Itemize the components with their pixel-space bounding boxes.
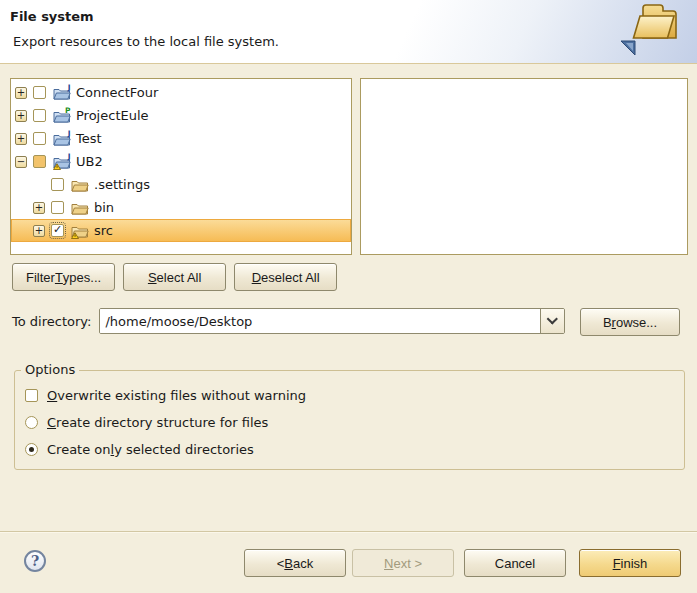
tree-row-ub2[interactable]: −JUB2	[11, 150, 351, 173]
expand-icon[interactable]: +	[33, 225, 45, 237]
svg-text:J: J	[67, 84, 71, 92]
svg-text:J: J	[67, 130, 71, 138]
folder-icon	[70, 199, 89, 216]
tree-item-label: src	[94, 223, 113, 238]
help-icon: ?	[31, 553, 39, 569]
tree-row-projecteule[interactable]: +PProjectEule	[11, 104, 351, 127]
finish-button[interactable]: Finish	[579, 549, 681, 577]
tree-item-label: ConnectFour	[76, 85, 158, 100]
cancel-button[interactable]: Cancel	[464, 549, 566, 577]
expand-icon[interactable]: +	[15, 110, 27, 122]
create-structure-option-row[interactable]: Create directory structure for files	[25, 412, 684, 432]
help-button[interactable]: ?	[24, 550, 46, 572]
tree-checkbox[interactable]	[33, 155, 46, 168]
tree-row-connectfour[interactable]: +JConnectFour	[11, 81, 351, 104]
java-project-folder-icon: J	[52, 153, 71, 170]
tree-item-label: ProjectEule	[76, 108, 149, 123]
resource-file-list[interactable]	[360, 78, 688, 255]
next-button[interactable]: Next >	[352, 549, 454, 577]
footer-separator	[0, 531, 697, 533]
destination-row: To directory: Browse...	[12, 308, 688, 334]
filter-types-button[interactable]: Filter Types...	[12, 263, 115, 291]
chevron-down-icon	[547, 313, 558, 324]
tree-checkbox[interactable]	[33, 86, 46, 99]
options-group: Options Overwrite existing files without…	[14, 370, 685, 470]
create-selected-radio[interactable]	[25, 443, 38, 456]
create-structure-radio[interactable]	[25, 416, 38, 429]
tree-row-bin[interactable]: +bin	[11, 196, 351, 219]
directory-combo	[99, 308, 565, 334]
expand-icon[interactable]: +	[15, 133, 27, 145]
tree-item-label: Test	[76, 131, 102, 146]
resource-tree[interactable]: +JConnectFour+PProjectEule+JTest−JUB2.se…	[10, 78, 352, 255]
overwrite-checkbox[interactable]	[25, 389, 38, 402]
back-button[interactable]: < Back	[244, 549, 346, 577]
tree-checkbox[interactable]	[33, 109, 46, 122]
create-selected-option-row[interactable]: Create only selected directories	[25, 439, 684, 459]
folder-icon	[70, 176, 89, 193]
expand-icon[interactable]: +	[15, 87, 27, 99]
deselect-all-button[interactable]: Deselect All	[234, 263, 337, 291]
create-structure-label: Create directory structure for files	[47, 415, 268, 430]
overwrite-label: Overwrite existing files without warning	[47, 388, 306, 403]
java-project-folder-icon: J	[52, 84, 71, 101]
directory-input[interactable]	[100, 309, 540, 333]
page-description: Export resources to the local file syste…	[13, 34, 279, 49]
to-directory-label: To directory:	[12, 314, 91, 329]
tree-item-label: .settings	[94, 177, 150, 192]
export-folder-icon	[611, 1, 693, 64]
wizard-button-row: < Back Next > Cancel Finish	[244, 549, 681, 577]
java-project-folder-icon: P	[52, 107, 71, 124]
tree-row-settings[interactable]: .settings	[11, 173, 351, 196]
overwrite-option-row[interactable]: Overwrite existing files without warning	[25, 385, 684, 405]
browse-button[interactable]: Browse...	[580, 308, 680, 336]
tree-checkbox[interactable]	[51, 201, 64, 214]
tree-checkbox[interactable]	[51, 178, 64, 191]
svg-text:P: P	[65, 107, 71, 115]
wizard-banner: File system Export resources to the loca…	[0, 0, 697, 64]
directory-dropdown-button[interactable]	[540, 309, 564, 333]
expand-icon[interactable]: +	[33, 202, 45, 214]
tree-row-src[interactable]: +src	[11, 219, 351, 242]
tree-item-label: bin	[94, 200, 114, 215]
tree-checkbox[interactable]	[33, 132, 46, 145]
select-all-button[interactable]: Select All	[123, 263, 226, 291]
tree-checkbox[interactable]	[51, 224, 64, 237]
collapse-icon[interactable]: −	[15, 156, 27, 168]
create-selected-label: Create only selected directories	[47, 442, 254, 457]
options-group-label: Options	[21, 362, 79, 377]
java-project-folder-icon: J	[52, 130, 71, 147]
svg-text:J: J	[67, 153, 71, 161]
selection-button-row: Filter Types... Select All Deselect All	[12, 263, 337, 291]
page-title: File system	[10, 9, 94, 24]
tree-row-test[interactable]: +JTest	[11, 127, 351, 150]
tree-item-label: UB2	[76, 154, 103, 169]
folder-icon	[70, 222, 89, 239]
